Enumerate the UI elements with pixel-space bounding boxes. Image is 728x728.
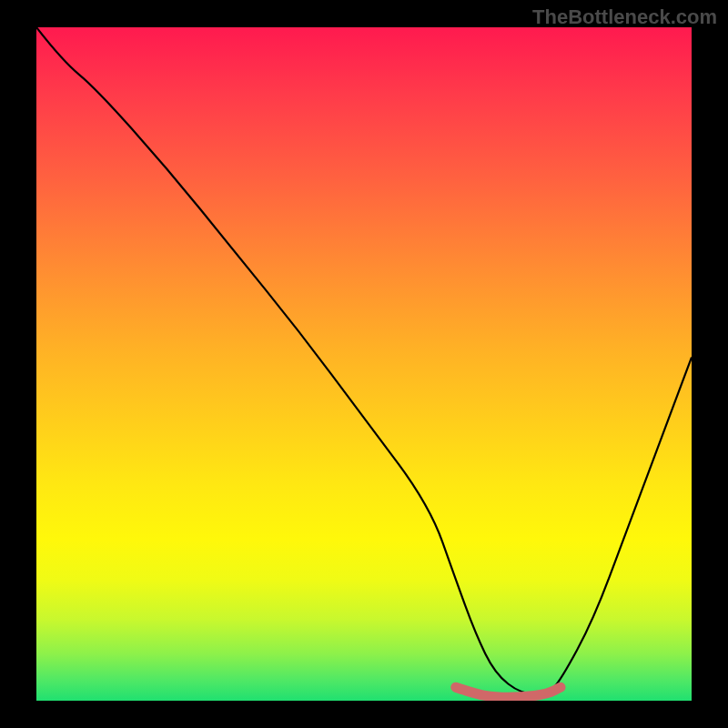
chart-container: TheBottleneck.com <box>0 0 728 728</box>
watermark-text: TheBottleneck.com <box>532 5 717 29</box>
optimal-range-highlight <box>456 687 561 697</box>
bottleneck-curve <box>36 27 692 694</box>
plot-area <box>36 27 692 701</box>
curve-svg <box>36 27 692 701</box>
